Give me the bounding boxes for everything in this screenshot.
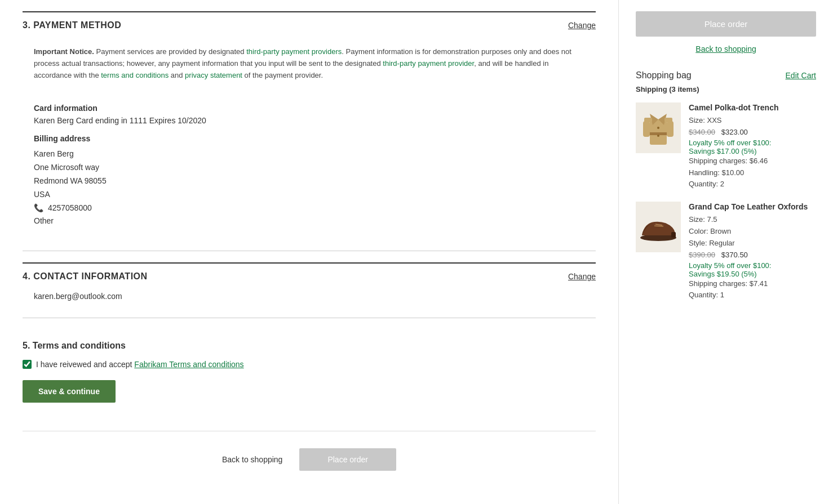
contact-section-title: 4. CONTACT INFORMATION	[23, 271, 148, 282]
svg-rect-8	[643, 121, 650, 137]
coat-icon	[641, 105, 675, 150]
payment-notice-box: Important Notice. Payment services are p…	[23, 41, 596, 92]
product-name-1: Camel Polka-dot Trench	[689, 102, 816, 113]
billing-name: Karen Berg	[34, 148, 584, 161]
product-loyalty-1: Loyalty 5% off over $100: Savings $17.00…	[689, 139, 816, 155]
product-details-2: Grand Cap Toe Leather Oxfords Size: 7.5 …	[689, 202, 816, 301]
terms-check-row: I have reivewed and accept Fabrikam Term…	[23, 360, 596, 369]
back-to-shopping-sidebar[interactable]: Back to shopping	[636, 44, 816, 53]
place-order-sidebar[interactable]: Place order	[636, 11, 816, 37]
billing-address: Karen Berg One Microsoft way Redmond WA …	[34, 148, 584, 228]
svg-point-4	[657, 127, 659, 129]
shopping-bag-header: Shopping bag Edit Cart	[636, 70, 816, 81]
product-shipping-1: Shipping charges: $6.46	[689, 155, 816, 167]
payment-change-link[interactable]: Change	[568, 21, 596, 30]
place-order-bottom[interactable]: Place order	[299, 448, 396, 471]
bottom-bar: Back to shopping Place order	[23, 431, 596, 476]
card-info-section: Card information Karen Berg Card ending …	[23, 104, 596, 245]
product-item-1: Camel Polka-dot Trench Size: XXS $340.00…	[636, 102, 816, 190]
main-content: 3. PAYMENT METHOD Change Important Notic…	[0, 0, 619, 504]
notice-link-4[interactable]: privacy statement	[185, 71, 242, 79]
billing-label: Billing address	[34, 134, 584, 143]
page-wrapper: 3. PAYMENT METHOD Change Important Notic…	[0, 0, 833, 504]
billing-address2: Redmond WA 98055	[34, 175, 584, 188]
notice-bold: Important Notice.	[34, 47, 94, 56]
product-name-2: Grand Cap Toe Leather Oxfords	[689, 202, 816, 212]
shoe-icon	[637, 212, 680, 243]
terms-checkbox[interactable]	[23, 360, 32, 369]
notice-text: Payment services are provided by designa…	[34, 47, 571, 79]
terms-section: 5. Terms and conditions I have reivewed …	[23, 329, 596, 414]
billing-address1: One Microsoft way	[34, 161, 584, 175]
payment-divider	[23, 251, 596, 251]
terms-link[interactable]: Fabrikam Terms and conditions	[134, 360, 243, 369]
card-info-label: Card information	[34, 104, 584, 113]
svg-rect-9	[667, 121, 674, 137]
svg-point-5	[657, 135, 659, 137]
product-style-2: Style: Regular	[689, 238, 816, 249]
notice-link-2[interactable]: third-party payment provider	[383, 59, 474, 68]
billing-country: USA	[34, 188, 584, 202]
contact-change-link[interactable]: Change	[568, 272, 596, 281]
contact-section-header: 4. CONTACT INFORMATION Change	[23, 262, 596, 282]
product-quantity-1: Quantity: 2	[689, 179, 816, 190]
product-shipping-2: Shipping charges: $7.41	[689, 278, 816, 290]
card-info-value: Karen Berg Card ending in 1111 Expires 1…	[34, 116, 584, 125]
save-continue-button[interactable]: Save & continue	[23, 380, 116, 403]
product-handling-1: Handling: $10.00	[689, 167, 816, 179]
svg-rect-11	[671, 232, 676, 238]
product-size-2: Size: 7.5	[689, 214, 816, 226]
shopping-bag-title: Shopping bag	[636, 70, 692, 81]
edit-cart-link[interactable]: Edit Cart	[786, 71, 816, 80]
product-image-1	[636, 102, 681, 153]
product-item-2: Grand Cap Toe Leather Oxfords Size: 7.5 …	[636, 202, 816, 301]
billing-phone-row: 📞 4257058000	[34, 202, 584, 215]
contact-divider	[23, 318, 596, 318]
product-color-2: Color: Brown	[689, 226, 816, 238]
product-prices-1: $340.00 $323.00	[689, 127, 816, 139]
product-quantity-2: Quantity: 1	[689, 289, 816, 301]
contact-section: karen.berg@outlook.com	[23, 292, 596, 312]
payment-section-title: 3. PAYMENT METHOD	[23, 20, 121, 30]
product-loyalty-2: Loyalty 5% off over $100: Savings $19.50…	[689, 261, 816, 278]
billing-type: Other	[34, 215, 584, 228]
phone-icon: 📞	[34, 202, 43, 215]
product-size-1: Size: XXS	[689, 115, 816, 127]
shipping-count: Shipping (3 items)	[636, 85, 816, 93]
notice-link-1[interactable]: third-party payment providers	[246, 47, 342, 56]
product-prices-2: $390.00 $370.50	[689, 249, 816, 261]
billing-phone: 4257058000	[48, 203, 92, 212]
contact-email: karen.berg@outlook.com	[34, 292, 584, 301]
payment-section-header: 3. PAYMENT METHOD Change	[23, 11, 596, 30]
product-details-1: Camel Polka-dot Trench Size: XXS $340.00…	[689, 102, 816, 190]
terms-text: I have reivewed and accept Fabrikam Term…	[36, 360, 244, 369]
terms-title: 5. Terms and conditions	[23, 341, 596, 351]
back-to-shopping-bottom[interactable]: Back to shopping	[222, 455, 282, 464]
product-image-2	[636, 202, 681, 252]
notice-link-3[interactable]: terms and conditions	[101, 71, 169, 79]
sidebar: Place order Back to shopping Shopping ba…	[619, 0, 833, 504]
